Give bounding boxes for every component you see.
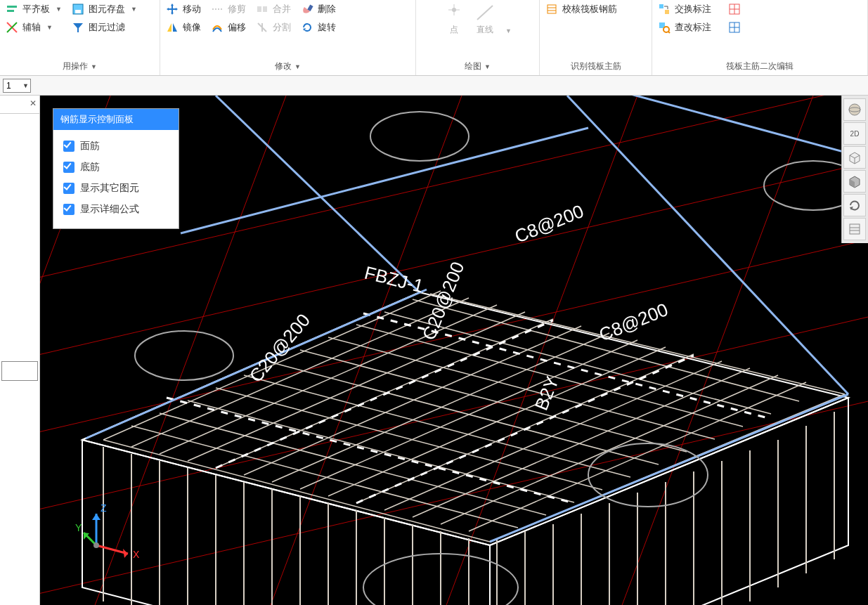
svg-line-90 <box>103 440 490 542</box>
point-button[interactable]: 点 <box>443 3 465 36</box>
line-button[interactable]: 直线 <box>474 3 495 36</box>
annotation-text: B2Y <box>531 373 563 413</box>
svg-rect-1 <box>7 10 14 12</box>
secondary-toolbar: 1 ▼ <box>0 76 868 96</box>
panel-content: 面筋 底筋 显示其它图元 显示详细公式 <box>53 130 179 228</box>
check-label: 面筋 <box>80 140 100 152</box>
ribbon: 平齐板 ▼ 辅轴 ▼ 图元存盘 ▼ 图元过滤 <box>0 0 868 76</box>
point-icon <box>443 3 465 24</box>
merge-button[interactable]: 合并 <box>256 3 291 15</box>
side-panel-tab[interactable]: ✕ <box>0 96 39 114</box>
annotation-text: C20@200 <box>245 310 314 386</box>
trim-icon <box>211 3 224 15</box>
svg-marker-8 <box>173 23 177 32</box>
check-icon <box>545 3 558 15</box>
svg-marker-7 <box>167 23 171 32</box>
ribbon-group-edit2: 交换标注 查改标注 筏板主筋二次编辑 <box>652 0 868 75</box>
extra-tool-1[interactable] <box>728 3 741 15</box>
point-label: 点 <box>450 24 458 36</box>
rotate-icon <box>847 197 862 213</box>
view-2d-button[interactable]: 2D <box>843 122 866 145</box>
rebar-display-panel[interactable]: 钢筋显示控制面板 面筋 底筋 显示其它图元 显示详细公式 <box>53 108 179 229</box>
svg-line-78 <box>188 312 525 461</box>
extra-tool-2[interactable] <box>728 21 741 34</box>
merge-label: 合并 <box>273 3 291 15</box>
filter-element-button[interactable]: 图元过滤 <box>72 21 137 34</box>
check-other-elements[interactable]: 显示其它图元 <box>63 182 169 195</box>
svg-point-125 <box>849 104 860 115</box>
offset-label: 偏移 <box>228 21 246 34</box>
rotate-label: 旋转 <box>318 21 336 34</box>
svg-marker-123 <box>92 514 101 520</box>
check-rebar-button[interactable]: 校核筏板钢筋 <box>545 3 617 15</box>
delete-button[interactable]: 删除 <box>301 3 336 15</box>
svg-marker-6 <box>73 23 83 32</box>
svg-line-27 <box>668 32 670 33</box>
chevron-down-icon: ▼ <box>22 82 29 89</box>
group-modify-label: 修改 <box>275 60 292 72</box>
split-button[interactable]: 分割 <box>256 21 291 34</box>
align-label: 平齐板 <box>22 3 50 15</box>
ribbon-group-modify: 移动 镜像 修剪 偏移 合并 <box>160 0 416 75</box>
assist-axis-button[interactable]: 辅轴 ▼ <box>6 21 62 34</box>
swap-icon <box>658 3 671 15</box>
cube-icon <box>847 150 862 165</box>
checkbox-icon <box>63 183 75 194</box>
check-top-rebar[interactable]: 面筋 <box>63 140 169 152</box>
svg-line-86 <box>413 368 750 517</box>
group-draw-label: 绘图 <box>465 60 481 72</box>
mirror-icon <box>166 21 179 34</box>
offset-button[interactable]: 偏移 <box>211 21 246 34</box>
delete-icon <box>301 3 313 15</box>
check-label: 显示其它图元 <box>80 182 139 195</box>
delete-label: 删除 <box>318 3 336 15</box>
svg-marker-46 <box>490 398 848 605</box>
close-icon[interactable]: ✕ <box>30 98 37 108</box>
svg-marker-119 <box>123 549 128 558</box>
view-rotate-button[interactable] <box>843 194 866 216</box>
side-panel-input[interactable] <box>1 361 38 381</box>
trim-button[interactable]: 修剪 <box>211 3 246 15</box>
checkbox-icon <box>63 162 75 173</box>
view-iso2-button[interactable] <box>843 170 866 193</box>
floor-combo[interactable]: 1 ▼ <box>3 79 31 93</box>
swap-annotation-label: 交换标注 <box>675 3 711 15</box>
align-button[interactable]: 平齐板 ▼ <box>6 3 62 15</box>
check-bottom-rebar[interactable]: 底筋 <box>63 161 169 174</box>
svg-rect-11 <box>263 6 267 12</box>
panel-title[interactable]: 钢筋显示控制面板 <box>53 109 179 130</box>
view-globe-button[interactable] <box>843 98 866 121</box>
move-icon <box>166 3 179 15</box>
ribbon-group-recognize: 校核筏板钢筋 识别筏板主筋 <box>540 0 652 75</box>
modify-annotation-button[interactable]: 查改标注 <box>658 21 711 34</box>
viewport-3d[interactable]: FBZJ-1 C8@200 C20@200 C20@200 B2Y C8@200… <box>40 96 868 605</box>
svg-line-87 <box>441 375 778 524</box>
svg-point-113 <box>135 331 233 380</box>
move-button[interactable]: 移动 <box>166 3 201 15</box>
svg-rect-10 <box>257 6 261 12</box>
svg-line-19 <box>477 6 493 20</box>
svg-rect-134 <box>850 224 860 234</box>
swap-annotation-button[interactable]: 交换标注 <box>658 3 711 15</box>
check-detail-formula[interactable]: 显示详细公式 <box>63 203 169 216</box>
view-iso1-button[interactable] <box>843 146 866 169</box>
chevron-down-icon: ▼ <box>91 63 97 70</box>
svg-line-77 <box>160 305 497 454</box>
chevron-down-icon: ▼ <box>131 6 137 13</box>
view-settings-button[interactable] <box>843 218 866 240</box>
chevron-down-icon: ▼ <box>294 63 301 70</box>
mirror-button[interactable]: 镜像 <box>166 21 201 34</box>
svg-point-114 <box>370 112 469 161</box>
ribbon-group-common: 平齐板 ▼ 辅轴 ▼ 图元存盘 ▼ 图元过滤 <box>0 0 160 75</box>
line-label: 直线 <box>477 24 493 36</box>
axis-x-label: X <box>133 549 140 560</box>
checkbox-icon <box>63 204 75 215</box>
check-rebar-label: 校核筏板钢筋 <box>562 3 617 15</box>
group-edit2-label: 筏板主筋二次编辑 <box>726 60 793 72</box>
svg-point-124 <box>93 542 99 548</box>
rotate-button[interactable]: 旋转 <box>301 21 336 34</box>
svg-rect-24 <box>665 10 669 14</box>
globe-icon <box>847 102 862 117</box>
svg-line-112 <box>567 96 848 394</box>
save-element-button[interactable]: 图元存盘 ▼ <box>72 3 137 15</box>
